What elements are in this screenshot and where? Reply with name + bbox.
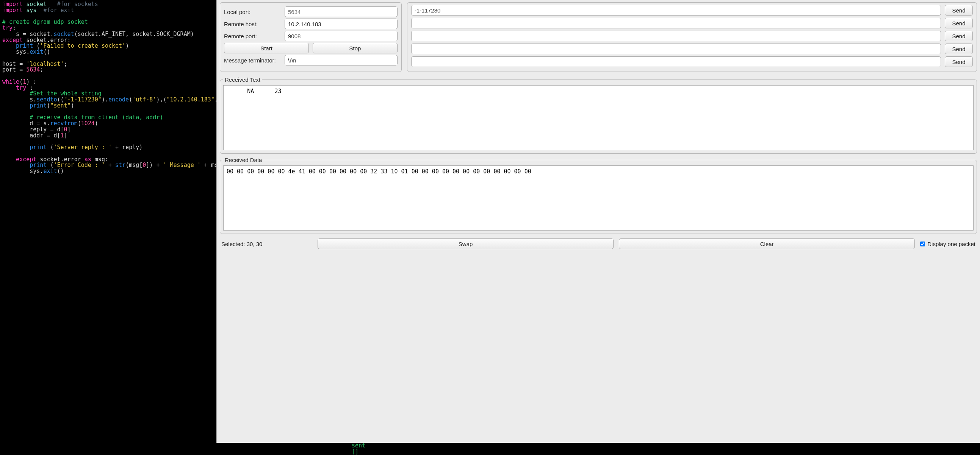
send-input-4[interactable] xyxy=(411,56,941,67)
selected-status: Selected: 30, 30 xyxy=(221,241,312,247)
local-port-label: Local port: xyxy=(224,9,281,15)
swap-button[interactable]: Swap xyxy=(318,238,614,249)
send-input-1[interactable] xyxy=(411,18,941,29)
send-button-0[interactable]: Send xyxy=(945,5,973,16)
local-port-input[interactable] xyxy=(285,6,398,17)
comment-2: #for exit xyxy=(43,7,74,14)
mod-sys: sys xyxy=(23,7,43,14)
display-one-packet-checkbox[interactable] xyxy=(920,241,925,246)
connection-config-panel: Local port: Remote host: Remote port: St… xyxy=(220,2,402,72)
remote-host-label: Remote host: xyxy=(224,21,281,27)
received-text-box: Received Text NA 23 xyxy=(220,76,977,154)
send-button-4[interactable]: Send xyxy=(945,56,973,67)
send-button-3[interactable]: Send xyxy=(945,44,973,54)
received-data-legend: Received Data xyxy=(223,157,263,163)
packet-tool-pane: Local port: Remote host: Remote port: St… xyxy=(216,0,980,443)
received-data-content[interactable]: 00 00 00 00 00 00 4e 41 00 00 00 00 00 0… xyxy=(223,165,974,230)
bottom-bar: Selected: 30, 30 Swap Clear Display one … xyxy=(217,235,980,253)
display-one-packet-label[interactable]: Display one packet xyxy=(920,241,975,247)
send-input-2[interactable] xyxy=(411,31,941,41)
display-one-packet-text: Display one packet xyxy=(928,241,975,247)
received-data-box: Received Data 00 00 00 00 00 00 4e 41 00… xyxy=(220,157,977,234)
remote-host-input[interactable] xyxy=(285,19,398,29)
remote-port-input[interactable] xyxy=(285,31,398,41)
clear-button[interactable]: Clear xyxy=(619,238,915,249)
received-text-content[interactable]: NA 23 xyxy=(223,85,974,150)
kw-import-2: import xyxy=(2,7,23,14)
code-editor[interactable]: import socket #for sockets import sys #f… xyxy=(0,0,216,443)
send-input-0[interactable] xyxy=(411,5,941,16)
send-button-2[interactable]: Send xyxy=(945,31,973,41)
terminator-input[interactable] xyxy=(285,55,398,65)
terminal-output: sent [] xyxy=(0,443,980,455)
terminator-label: Message terminator: xyxy=(224,57,281,63)
stop-button[interactable]: Stop xyxy=(313,43,398,53)
start-button[interactable]: Start xyxy=(224,43,309,53)
received-text-legend: Received Text xyxy=(223,76,262,83)
remote-port-label: Remote port: xyxy=(224,33,281,40)
send-panel: Send Send Send Send Send xyxy=(407,2,977,72)
send-button-1[interactable]: Send xyxy=(945,18,973,29)
send-input-3[interactable] xyxy=(411,44,941,54)
